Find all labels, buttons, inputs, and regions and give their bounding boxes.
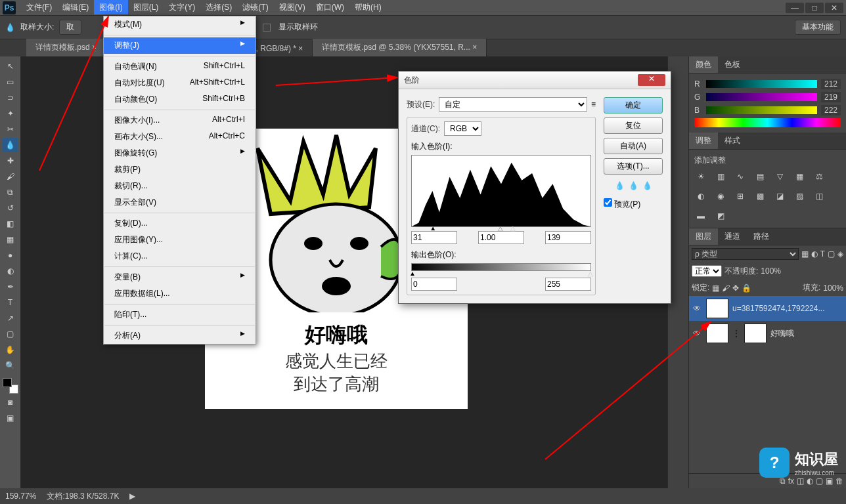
spectrum-picker[interactable]	[694, 118, 841, 127]
layer-name[interactable]: u=3817592474,1792224...	[732, 304, 843, 313]
menu-item[interactable]: 应用数据组(L)...	[104, 285, 256, 302]
history-brush-tool[interactable]: ↺	[3, 201, 18, 215]
link-layers-icon[interactable]: ⧉	[780, 476, 786, 486]
new-layer-icon[interactable]: ▣	[826, 476, 833, 486]
tab-swatches[interactable]: 色板	[718, 56, 747, 73]
input-black-field[interactable]	[411, 231, 457, 244]
new-group-icon[interactable]: ▢	[816, 476, 823, 486]
gradmap-icon[interactable]: ▬	[694, 209, 707, 222]
bw-icon[interactable]: ◐	[694, 190, 707, 203]
foreground-background-colors[interactable]	[3, 378, 18, 394]
reset-button[interactable]: 复位	[604, 117, 663, 134]
histogram[interactable]: ▲ △ △	[411, 155, 591, 227]
gray-eyedropper-icon[interactable]: 💧	[629, 181, 638, 190]
dialog-close-button[interactable]: ✕	[638, 74, 665, 86]
menu-item[interactable]: 复制(D)...	[104, 215, 256, 232]
quick-mask-icon[interactable]: ◙	[3, 395, 18, 410]
close-button[interactable]: ✕	[825, 3, 843, 13]
levels-icon[interactable]: ▥	[714, 170, 727, 183]
zoom-tool[interactable]: 🔍	[3, 358, 18, 373]
tab-channels[interactable]: 通道	[718, 228, 747, 245]
crop-tool[interactable]: ✂	[3, 122, 18, 136]
g-slider[interactable]	[706, 93, 817, 101]
sample-size-select[interactable]: 取	[59, 20, 81, 35]
mixer-icon[interactable]: ⊞	[734, 190, 747, 203]
curves-icon[interactable]: ∿	[734, 170, 747, 183]
gradient-tool[interactable]: ▦	[3, 232, 18, 247]
g-value[interactable]: 219	[821, 92, 841, 102]
lasso-tool[interactable]: ⊃	[3, 91, 18, 105]
eyedropper-tool[interactable]: 💧	[3, 138, 18, 152]
path-tool[interactable]: ↗	[3, 311, 18, 326]
input-gamma-field[interactable]	[478, 231, 524, 244]
menu-item[interactable]: 自动对比度(U)Alt+Shift+Ctrl+L	[104, 75, 256, 91]
layer-thumb[interactable]	[706, 299, 728, 318]
preview-checkbox[interactable]	[604, 198, 612, 207]
screen-mode-icon[interactable]: ▣	[3, 411, 18, 425]
tab-adjustments[interactable]: 调整	[689, 133, 718, 149]
tab-styles[interactable]: 样式	[718, 133, 747, 149]
menu-3[interactable]: 图层(L)	[128, 0, 164, 14]
b-value[interactable]: 222	[821, 105, 841, 116]
tab-paths[interactable]: 路径	[747, 228, 776, 245]
wand-tool[interactable]: ✦	[3, 106, 18, 121]
menu-item[interactable]: 分析(A)	[104, 327, 256, 344]
exposure-icon[interactable]: ▤	[753, 170, 767, 183]
options-button[interactable]: 选项(T)...	[604, 158, 663, 175]
selective-icon[interactable]: ◩	[714, 209, 727, 222]
delete-layer-icon[interactable]: 🗑	[835, 476, 843, 486]
filter-smart-icon[interactable]: ◈	[837, 249, 843, 259]
lock-transparency-icon[interactable]: ▦	[712, 284, 719, 293]
lock-all-icon[interactable]: 🔒	[742, 284, 751, 293]
menu-0[interactable]: 文件(F)	[21, 0, 57, 14]
ok-button[interactable]: 确定	[604, 97, 663, 114]
doc-tab-0[interactable]: 详情页模板.psd ×	[26, 39, 106, 56]
brightness-icon[interactable]: ☀	[694, 170, 707, 183]
menu-item[interactable]: 图像大小(I)...Alt+Ctrl+I	[104, 112, 256, 129]
menu-item[interactable]: 裁切(R)...	[104, 178, 256, 194]
filter-adj-icon[interactable]: ◐	[811, 249, 818, 259]
balance-icon[interactable]: ⚖	[813, 170, 826, 183]
menu-6[interactable]: 滤镜(T)	[237, 0, 273, 14]
photo-filter-icon[interactable]: ◉	[714, 190, 727, 203]
menu-item[interactable]: 模式(M)	[104, 16, 256, 33]
filter-shape-icon[interactable]: ▢	[828, 249, 835, 259]
filter-pixel-icon[interactable]: ▦	[801, 249, 809, 259]
visibility-icon[interactable]: 👁	[692, 304, 702, 313]
move-tool[interactable]: ↖	[3, 59, 18, 74]
marquee-tool[interactable]: ▭	[3, 75, 18, 89]
workspace-switcher[interactable]: 基本功能	[795, 20, 841, 35]
poster-icon[interactable]: ▨	[793, 190, 806, 203]
type-tool[interactable]: T	[3, 295, 18, 310]
menu-2[interactable]: 图像(I)	[94, 0, 127, 14]
new-adj-icon[interactable]: ◐	[807, 476, 813, 486]
visibility-icon[interactable]: 👁	[692, 329, 702, 338]
layer-fx-icon[interactable]: fx	[788, 476, 794, 486]
opacity-value[interactable]: 100%	[761, 266, 781, 276]
blur-tool[interactable]: ●	[3, 248, 18, 262]
output-gradient[interactable]: ▲ △	[411, 263, 591, 271]
menu-item[interactable]: 自动颜色(O)Shift+Ctrl+B	[104, 91, 256, 108]
threshold-icon[interactable]: ◫	[813, 190, 826, 203]
menu-item[interactable]: 显示全部(V)	[104, 194, 256, 211]
r-slider[interactable]	[706, 80, 817, 88]
input-white-field[interactable]	[545, 231, 591, 244]
eraser-tool[interactable]: ◧	[3, 217, 18, 231]
lut-icon[interactable]: ▩	[753, 190, 767, 203]
menu-item[interactable]: 应用图像(Y)...	[104, 232, 256, 248]
menu-8[interactable]: 窗口(W)	[311, 0, 349, 14]
output-black-field[interactable]	[411, 278, 457, 291]
filter-type-icon[interactable]: T	[820, 249, 825, 259]
white-eyedropper-icon[interactable]: 💧	[642, 181, 652, 190]
brush-tool[interactable]: 🖌	[3, 169, 18, 184]
lock-position-icon[interactable]: ✥	[732, 284, 739, 293]
menu-item[interactable]: 调整(J)	[104, 37, 256, 54]
doc-tab-2[interactable]: 详情页模板.psd @ 5.38% (YKX57551, R... ×	[313, 39, 487, 56]
lock-pixels-icon[interactable]: 🖌	[722, 284, 730, 293]
shape-tool[interactable]: ▢	[3, 327, 18, 341]
auto-button[interactable]: 自动(A)	[604, 138, 663, 154]
layer-name[interactable]: 好嗨哦	[770, 328, 843, 339]
output-white-field[interactable]	[545, 278, 591, 291]
b-slider[interactable]	[706, 106, 817, 114]
minimize-button[interactable]: —	[786, 3, 804, 13]
